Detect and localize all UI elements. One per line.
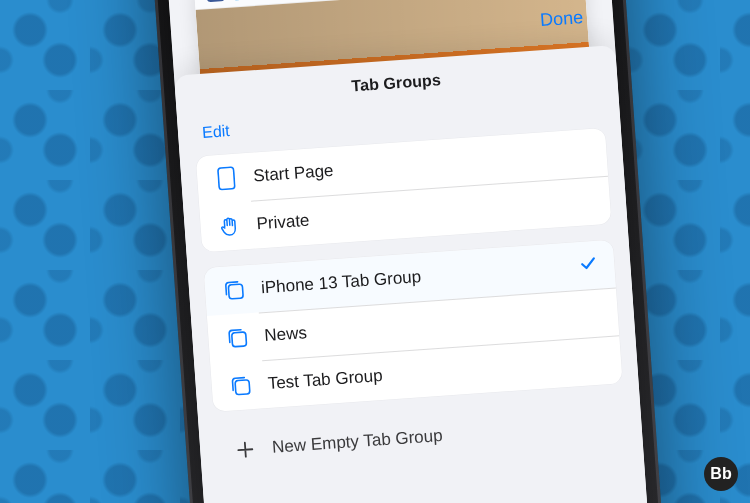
tab-icon [213, 166, 241, 192]
svg-rect-0 [218, 167, 235, 190]
social-icon [206, 0, 225, 2]
row-label: iPhone 13 Tab Group [260, 256, 579, 298]
check-icon [577, 253, 599, 278]
svg-rect-2 [232, 332, 247, 347]
tab-groups-sheet: Tab Groups Edit Start Page [174, 45, 651, 503]
row-label: Test Tab Group [267, 350, 606, 394]
watermark-badge: Bb [704, 457, 738, 491]
tabs-icon [220, 278, 247, 302]
tabs-icon [227, 374, 254, 398]
svg-rect-1 [228, 284, 243, 299]
fixed-items-group: Start Page Private [196, 128, 612, 252]
plus-icon [232, 439, 259, 461]
phone-screen: Done Tab Groups Edit Start Page [159, 0, 651, 503]
edit-button[interactable]: Edit [193, 118, 238, 147]
custom-groups: iPhone 13 Tab Group News [204, 240, 623, 412]
new-group-label: New Empty Tab Group [272, 426, 444, 458]
tabs-icon [224, 326, 251, 350]
phone-frame: Done Tab Groups Edit Start Page [144, 0, 666, 503]
done-button[interactable]: Done [539, 7, 583, 31]
hand-icon [216, 214, 243, 238]
svg-rect-3 [235, 380, 250, 395]
row-label: Private [256, 191, 595, 235]
new-empty-tab-group-button[interactable]: New Empty Tab Group [215, 399, 627, 475]
